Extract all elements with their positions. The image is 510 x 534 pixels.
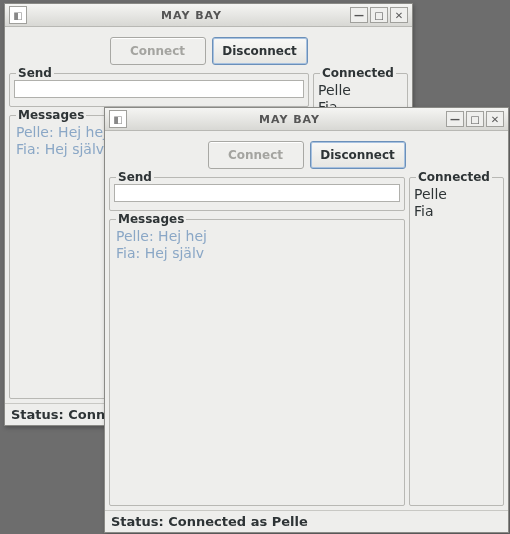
messages-legend: Messages: [116, 212, 186, 226]
window-buttons: — □ ✕: [446, 111, 504, 127]
connected-list: Pelle Fia: [414, 184, 499, 220]
connect-button[interactable]: Connect: [110, 37, 206, 65]
status-bar: Status: Connected as Pelle: [105, 510, 508, 532]
send-input[interactable]: [114, 184, 400, 202]
window-front: ◧ MAY BAY — □ ✕ Connect Disconnect Send …: [104, 107, 509, 533]
left-column: Send Messages Pelle: Hej hej Fia: Hej sj…: [109, 177, 405, 506]
app-icon: ◧: [9, 6, 27, 24]
send-input[interactable]: [14, 80, 304, 98]
messages-legend: Messages: [16, 108, 86, 122]
connected-fieldset: Connected Pelle Fia: [409, 177, 504, 506]
titlebar[interactable]: ◧ MAY BAY — □ ✕: [105, 108, 508, 131]
send-legend: Send: [16, 66, 54, 80]
connected-legend: Connected: [416, 170, 492, 184]
content-area: Send Messages Pelle: Hej hej Fia: Hej sj…: [105, 177, 508, 510]
maximize-icon[interactable]: □: [466, 111, 484, 127]
disconnect-button[interactable]: Disconnect: [212, 37, 308, 65]
send-legend: Send: [116, 170, 154, 184]
connected-legend: Connected: [320, 66, 396, 80]
titlebar[interactable]: ◧ MAY BAY — □ ✕: [5, 4, 412, 27]
minimize-icon[interactable]: —: [446, 111, 464, 127]
connect-button[interactable]: Connect: [208, 141, 304, 169]
app-icon: ◧: [109, 110, 127, 128]
window-title: MAY BAY: [33, 9, 350, 22]
close-icon[interactable]: ✕: [390, 7, 408, 23]
messages-fieldset: Messages Pelle: Hej hej Fia: Hej själv: [109, 219, 405, 506]
send-fieldset: Send: [109, 177, 405, 211]
right-column: Connected Pelle Fia: [409, 177, 504, 506]
disconnect-button[interactable]: Disconnect: [310, 141, 406, 169]
window-title: MAY BAY: [133, 113, 446, 126]
maximize-icon[interactable]: □: [370, 7, 388, 23]
send-fieldset: Send: [9, 73, 309, 107]
messages-text: Pelle: Hej hej Fia: Hej själv: [114, 226, 400, 501]
close-icon[interactable]: ✕: [486, 111, 504, 127]
minimize-icon[interactable]: —: [350, 7, 368, 23]
window-buttons: — □ ✕: [350, 7, 408, 23]
